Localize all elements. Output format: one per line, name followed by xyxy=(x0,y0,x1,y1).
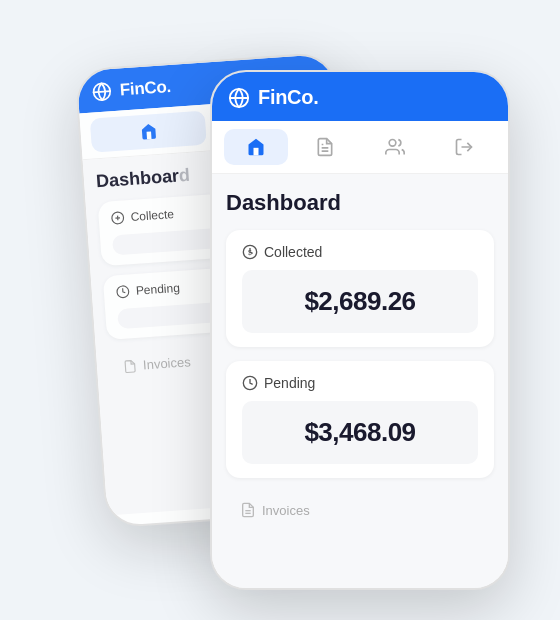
front-phone-header: FinCo. xyxy=(212,72,508,121)
front-pending-label: Pending xyxy=(264,375,315,391)
front-collected-value: $2,689.26 xyxy=(258,286,462,317)
front-collected-value-box: $2,689.26 xyxy=(242,270,478,333)
back-invoices-label: Invoices xyxy=(143,354,192,372)
front-pending-value: $3,468.09 xyxy=(258,417,462,448)
phones-container: FinCo. Dashboard xyxy=(70,30,490,590)
front-app-name: FinCo. xyxy=(258,86,318,109)
back-logo-icon xyxy=(91,81,112,102)
front-nav-logout[interactable] xyxy=(433,129,497,165)
svg-rect-8 xyxy=(253,148,258,156)
svg-line-1 xyxy=(94,91,111,92)
back-app-name: FinCo. xyxy=(119,77,171,101)
back-collected-icon xyxy=(110,210,125,225)
back-nav-home[interactable] xyxy=(90,111,207,153)
svg-point-11 xyxy=(389,140,396,147)
front-collected-card: $ Collected $2,689.26 xyxy=(226,230,494,347)
front-pending-card: Pending $3,468.09 xyxy=(226,361,494,478)
front-phone-nav xyxy=(212,121,508,174)
front-invoices-label: Invoices xyxy=(262,503,310,518)
front-invoices-item[interactable]: Invoices xyxy=(226,492,494,528)
front-collected-icon: $ xyxy=(242,244,258,260)
phone-front: FinCo. xyxy=(210,70,510,590)
front-pending-icon xyxy=(242,375,258,391)
front-nav-users[interactable] xyxy=(363,129,427,165)
front-collected-label: Collected xyxy=(264,244,322,260)
svg-text:$: $ xyxy=(248,249,252,256)
front-page-title: Dashboard xyxy=(226,190,494,216)
front-logo-icon xyxy=(228,87,250,109)
back-pending-icon xyxy=(115,284,130,299)
front-pending-label-row: Pending xyxy=(242,375,478,391)
back-pending-label: Pending xyxy=(135,281,180,298)
front-phone-content: Dashboard $ Collected $2,689.26 xyxy=(212,174,508,590)
front-nav-documents[interactable] xyxy=(294,129,358,165)
front-pending-value-box: $3,468.09 xyxy=(242,401,478,464)
front-nav-home[interactable] xyxy=(224,129,288,165)
front-collected-label-row: $ Collected xyxy=(242,244,478,260)
back-collected-label: Collecte xyxy=(130,207,174,224)
